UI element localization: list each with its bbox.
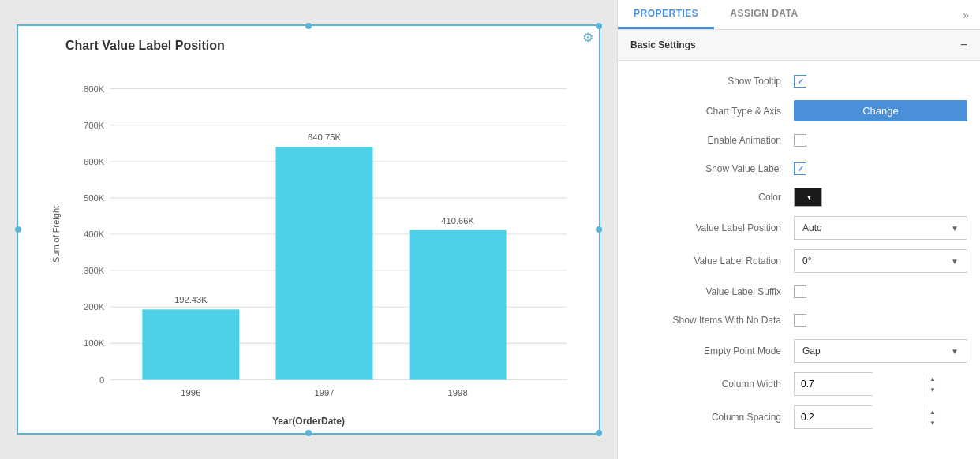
label-column-spacing: Column Spacing [630, 412, 794, 423]
control-show-value-label [794, 162, 967, 175]
spinner-up-column-spacing[interactable]: ▲ [926, 406, 939, 417]
bar-1997[interactable] [276, 147, 373, 379]
svg-text:640.75K: 640.75K [308, 132, 341, 142]
collapse-button[interactable]: − [960, 38, 967, 52]
svg-text:800K: 800K [84, 84, 105, 94]
control-column-width: ▲ ▼ [794, 372, 967, 396]
change-button[interactable]: Change [794, 100, 967, 121]
svg-text:1996: 1996 [181, 388, 200, 397]
control-empty-point-mode: Gap ▼ [794, 339, 967, 363]
svg-text:200K: 200K [84, 302, 105, 312]
chevron-down-icon-3: ▼ [951, 347, 959, 356]
prop-value-label-suffix: Value Label Suffix [618, 278, 980, 306]
svg-text:300K: 300K [84, 266, 105, 275]
right-panel: PROPERTIES ASSIGN DATA » Basic Settings … [617, 0, 980, 459]
label-chart-type: Chart Type & Axis [630, 106, 794, 117]
prop-column-width: Column Width ▲ ▼ [618, 368, 980, 401]
spinner-column-width: ▲ ▼ [794, 372, 873, 396]
handle-middle-left[interactable] [15, 226, 21, 233]
svg-text:600K: 600K [84, 157, 105, 166]
prop-column-spacing: Column Spacing ▲ ▼ [618, 401, 980, 434]
section-title: Basic Settings [630, 39, 696, 50]
color-swatch[interactable]: ▼ [794, 188, 822, 207]
panel-content: Show Tooltip Chart Type & Axis Change En… [618, 61, 980, 459]
color-swatch-arrow: ▼ [806, 194, 813, 201]
tab-assign-data[interactable]: ASSIGN DATA [714, 0, 814, 29]
handle-bottom-center[interactable] [305, 430, 312, 436]
label-empty-point-mode: Empty Point Mode [630, 345, 794, 356]
spinner-arrows-column-spacing: ▲ ▼ [926, 406, 939, 428]
spinner-up-column-width[interactable]: ▲ [926, 373, 939, 384]
prop-enable-animation: Enable Animation [618, 126, 980, 155]
chart-gear-icon[interactable]: ⚙ [580, 29, 596, 45]
dropdown-value-label-position[interactable]: Auto ▼ [794, 216, 967, 240]
dropdown-value-label-rotation[interactable]: 0° ▼ [794, 249, 967, 273]
label-value-label-position: Value Label Position [630, 222, 794, 233]
svg-text:100K: 100K [84, 338, 105, 348]
control-show-tooltip [794, 75, 967, 88]
spinner-arrows-column-width: ▲ ▼ [926, 373, 939, 395]
panel-tabs: PROPERTIES ASSIGN DATA » [618, 0, 980, 30]
label-value-label-rotation: Value Label Rotation [630, 256, 794, 267]
label-color: Color [630, 192, 794, 203]
prop-show-items-no-data: Show Items With No Data [618, 306, 980, 334]
label-show-tooltip: Show Tooltip [630, 76, 794, 87]
bar-1996[interactable] [142, 309, 239, 379]
label-enable-animation: Enable Animation [630, 135, 794, 146]
tab-properties[interactable]: PROPERTIES [618, 0, 714, 29]
dropdown-empty-point-mode[interactable]: Gap ▼ [794, 339, 967, 363]
label-show-value-label: Show Value Label [630, 163, 794, 174]
spinner-down-column-width[interactable]: ▼ [926, 384, 939, 395]
label-show-items-no-data: Show Items With No Data [630, 315, 794, 326]
chart-title: Chart Value Label Position [65, 39, 583, 53]
svg-text:1997: 1997 [314, 388, 334, 397]
checkbox-enable-animation[interactable] [794, 134, 806, 147]
checkbox-show-value-label[interactable] [794, 162, 806, 175]
prop-value-label-rotation: Value Label Rotation 0° ▼ [618, 244, 980, 278]
prop-empty-point-mode: Empty Point Mode Gap ▼ [618, 334, 980, 368]
chart-inner: Sum of Freight 800K 700K 600K 500K [65, 61, 583, 408]
control-column-spacing: ▲ ▼ [794, 405, 967, 429]
chart-area: ⚙ Chart Value Label Position Sum of Frei… [0, 0, 617, 459]
label-column-width: Column Width [630, 379, 794, 390]
checkbox-value-label-suffix[interactable] [794, 285, 806, 298]
svg-text:400K: 400K [84, 230, 105, 239]
checkbox-show-items-no-data[interactable] [794, 314, 806, 327]
handle-top-right[interactable] [596, 23, 602, 29]
prop-color: Color ▼ [618, 183, 980, 211]
section-header: Basic Settings − [618, 30, 980, 61]
chevron-down-icon-2: ▼ [951, 257, 959, 266]
svg-text:0: 0 [99, 375, 104, 385]
spinner-down-column-spacing[interactable]: ▼ [926, 417, 939, 428]
spinner-column-spacing: ▲ ▼ [794, 405, 873, 429]
control-value-label-suffix [794, 285, 967, 298]
control-value-label-position: Auto ▼ [794, 216, 967, 240]
svg-text:410.66K: 410.66K [441, 216, 474, 226]
input-column-spacing[interactable] [795, 406, 926, 428]
bar-1998[interactable] [410, 230, 507, 380]
svg-text:1998: 1998 [448, 388, 468, 397]
chart-svg: 800K 700K 600K 500K 400K 300K 200K 100K … [65, 61, 583, 408]
handle-middle-right[interactable] [596, 226, 602, 233]
x-axis-label: Year(OrderDate) [18, 416, 599, 427]
y-axis-label: Sum of Freight [51, 206, 61, 263]
prop-show-value-label: Show Value Label [618, 155, 980, 183]
chart-container: ⚙ Chart Value Label Position Sum of Frei… [17, 24, 600, 435]
prop-show-tooltip: Show Tooltip [618, 67, 980, 95]
svg-text:500K: 500K [84, 193, 105, 203]
prop-chart-type: Chart Type & Axis Change [618, 95, 980, 126]
svg-text:192.43K: 192.43K [174, 295, 208, 304]
dropdown-empty-point-mode-value: Gap [802, 345, 821, 356]
handle-top-center[interactable] [305, 23, 312, 29]
checkbox-show-tooltip[interactable] [794, 75, 806, 88]
control-enable-animation [794, 134, 967, 147]
input-column-width[interactable] [795, 373, 926, 395]
control-value-label-rotation: 0° ▼ [794, 249, 967, 273]
handle-bottom-right[interactable] [596, 430, 602, 436]
dropdown-value-label-rotation-value: 0° [802, 256, 811, 267]
control-chart-type: Change [794, 100, 967, 121]
control-show-items-no-data [794, 314, 967, 327]
panel-expand-icon[interactable]: » [952, 1, 980, 29]
dropdown-value-label-position-value: Auto [802, 222, 822, 233]
chevron-down-icon: ▼ [951, 224, 959, 233]
